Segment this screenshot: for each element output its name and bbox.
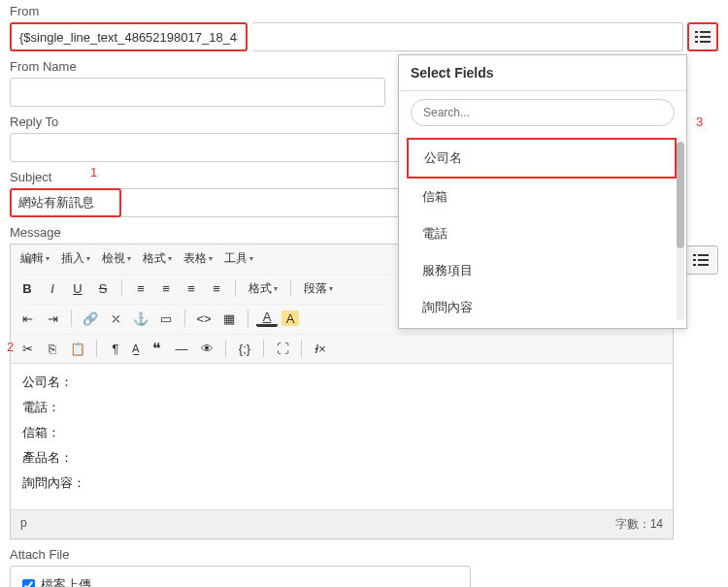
- image-button[interactable]: ▭: [155, 308, 177, 329]
- align-justify-button[interactable]: ≡: [206, 277, 227, 299]
- svg-rect-6: [693, 254, 696, 256]
- body-line: 產品名：: [22, 449, 661, 467]
- paste-button[interactable]: 📋: [67, 338, 88, 359]
- dropdown-scroll-thumb[interactable]: [677, 142, 684, 248]
- svg-rect-8: [693, 259, 696, 261]
- clear-format-button[interactable]: I×: [310, 338, 331, 359]
- nbsp-button[interactable]: A̲: [130, 338, 142, 359]
- anchor-button[interactable]: ⚓: [130, 308, 151, 329]
- menu-edit[interactable]: 編輯▾: [17, 248, 53, 269]
- svg-rect-2: [695, 36, 698, 38]
- select-fields-dropdown: Select Fields 公司名 信箱 電話 服務項目 詢問內容: [398, 54, 687, 329]
- pilcrow-toggle[interactable]: ¶: [105, 338, 126, 359]
- dropdown-item-email[interactable]: 信箱: [407, 179, 677, 215]
- align-center-button[interactable]: ≡: [155, 277, 177, 299]
- underline-button[interactable]: U: [67, 277, 88, 299]
- unlink-button[interactable]: ⤫: [105, 308, 126, 329]
- body-line: 信箱：: [22, 424, 661, 441]
- svg-rect-0: [695, 31, 698, 33]
- editor-status-bar: p 字數：14: [11, 509, 673, 538]
- attach-checkbox-row[interactable]: 檔案上傳: [22, 576, 458, 587]
- body-line: 電話：: [22, 399, 661, 416]
- menu-view[interactable]: 檢視▾: [98, 248, 135, 269]
- attach-file-box: 檔案上傳: [10, 566, 471, 587]
- copy-button[interactable]: ⎘: [42, 338, 63, 359]
- from-field-picker-button[interactable]: [687, 22, 718, 51]
- dropdown-item-phone[interactable]: 電話: [407, 215, 677, 252]
- dropdown-search-input[interactable]: [411, 99, 675, 126]
- svg-rect-1: [700, 31, 711, 33]
- dropdown-item-inquiry[interactable]: 詢問內容: [407, 289, 677, 326]
- fullscreen-button[interactable]: ⛶: [272, 338, 293, 359]
- menu-tools[interactable]: 工具▾: [220, 248, 257, 269]
- list-icon: [692, 253, 710, 267]
- message-field-picker-button[interactable]: [683, 245, 718, 275]
- svg-rect-3: [700, 36, 711, 38]
- format-select[interactable]: 格式▾: [244, 278, 282, 299]
- editor-body[interactable]: 公司名： 電話： 信箱： 產品名： 詢問內容：: [11, 364, 673, 509]
- svg-rect-4: [695, 41, 698, 43]
- italic-button[interactable]: I: [42, 277, 63, 299]
- from-label: From: [10, 4, 718, 18]
- svg-rect-10: [693, 264, 696, 266]
- align-left-button[interactable]: ≡: [130, 277, 151, 299]
- body-line: 詢問內容：: [22, 474, 661, 492]
- attach-file-label: Attach File: [10, 547, 718, 562]
- preview-button[interactable]: 👁: [196, 338, 217, 359]
- paragraph-select[interactable]: 段落▾: [299, 278, 338, 299]
- dropdown-title: Select Fields: [399, 55, 686, 91]
- hr-button[interactable]: —: [171, 338, 192, 359]
- svg-rect-7: [698, 254, 709, 256]
- dropdown-item-company[interactable]: 公司名: [407, 138, 677, 179]
- from-input[interactable]: [10, 22, 248, 51]
- menu-insert[interactable]: 插入▾: [57, 248, 94, 269]
- table-button[interactable]: ▦: [218, 308, 240, 329]
- text-color-button[interactable]: A: [256, 310, 278, 327]
- attach-checkbox[interactable]: [22, 579, 35, 588]
- link-button[interactable]: 🔗: [80, 308, 101, 329]
- body-line: 公司名：: [22, 374, 661, 391]
- dropdown-item-service[interactable]: 服務項目: [407, 252, 677, 289]
- dropdown-list: 公司名 信箱 電話 服務項目 詢問內容: [399, 134, 686, 328]
- bold-button[interactable]: B: [17, 277, 38, 299]
- indent-button[interactable]: ⇥: [42, 308, 63, 329]
- blockquote-button[interactable]: ❝: [146, 338, 167, 359]
- svg-rect-9: [698, 259, 709, 261]
- source-button[interactable]: <>: [193, 308, 215, 329]
- code-block-button[interactable]: {;}: [234, 338, 255, 359]
- outdent-button[interactable]: ⇤: [17, 308, 38, 329]
- from-name-input[interactable]: [10, 78, 385, 107]
- word-count: 字數：14: [615, 516, 663, 533]
- status-path: p: [20, 516, 27, 533]
- menu-table[interactable]: 表格▾: [180, 248, 216, 269]
- attach-checkbox-label: 檔案上傳: [41, 576, 91, 587]
- list-icon: [695, 30, 711, 44]
- bg-color-button[interactable]: A: [281, 310, 299, 326]
- menu-format[interactable]: 格式▾: [139, 248, 176, 269]
- dropdown-scrollbar[interactable]: [677, 142, 684, 320]
- svg-rect-5: [700, 41, 711, 43]
- strike-button[interactable]: S: [92, 277, 114, 299]
- cut-button[interactable]: ✂: [17, 338, 38, 359]
- align-right-button[interactable]: ≡: [181, 277, 202, 299]
- svg-rect-11: [698, 264, 709, 266]
- from-input-remainder[interactable]: [251, 22, 683, 51]
